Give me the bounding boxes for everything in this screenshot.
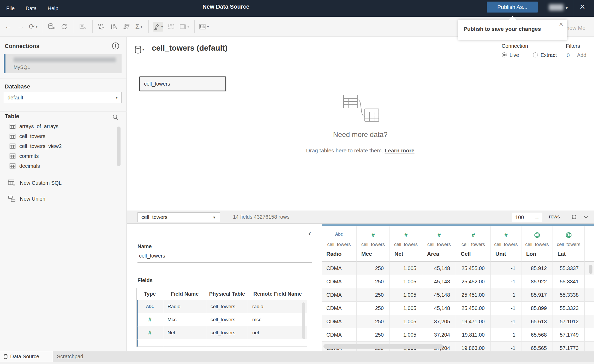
grid-column-type: # [456,232,490,239]
topbar-divider [574,0,574,17]
live-radio-label[interactable]: Live [509,52,519,58]
swap-rows-columns-icon[interactable] [97,22,106,32]
sort-descending-icon[interactable] [122,22,131,32]
grid-column-header[interactable]: Abccell_towersRadio [322,226,357,262]
new-custom-sql-button[interactable]: New Custom SQL [8,179,62,187]
datasource-cylinder-icon[interactable] [135,45,141,54]
grid-column-header[interactable]: #cell_towersUnit [491,226,521,262]
grid-cell: 55.3323 [553,302,585,315]
table-list-item[interactable]: commits [0,151,123,161]
redo-icon[interactable]: → [16,22,25,32]
grid-table-select[interactable]: cell_towers ▼ [137,212,220,222]
close-window-icon[interactable]: × [580,1,585,12]
table-list-item[interactable]: decimals [0,161,123,171]
sidebar-divider [0,111,127,112]
new-custom-sql-label: New Custom SQL [20,180,62,186]
user-account-redacted[interactable] [549,4,563,11]
grid-column-accent-bar [322,224,357,226]
field-row[interactable]: #Mcccell_towersmcc [137,313,307,326]
data-preview-grid: Abccell_towersRadioCDMACDMACDMACDMACDMAC… [322,224,594,351]
table-list-scrollbar[interactable] [117,127,121,166]
totals-icon[interactable]: Σ▾ [134,22,143,32]
grid-cell: -1 [491,315,521,328]
tab-data-source[interactable]: Data Source [0,351,53,362]
field-row[interactable] [137,339,307,347]
grid-column-header[interactable]: #cell_towersMcc [357,226,390,262]
replay-icon[interactable]: ⟳▾ [29,22,38,32]
grid-cell: 55.3337 [553,262,585,275]
table-list-item-label: decimals [19,163,40,169]
learn-more-link[interactable]: Learn more [385,147,414,153]
chevron-down-icon[interactable] [583,215,589,219]
pause-auto-updates-icon[interactable] [47,22,56,32]
grid-column-header[interactable]: #cell_towersNet [390,226,422,262]
undo-icon[interactable]: ← [4,22,13,32]
table-list-item[interactable]: cell_towers_view2 [0,141,123,151]
cell-towers-table-node[interactable]: cell_towers [139,76,226,91]
table-icon [9,163,16,169]
grid-horizontal-scrollbar[interactable] [323,344,443,349]
user-menu-caret-icon[interactable]: ▾ [566,5,568,11]
grid-cell: 55.3338 [553,288,585,302]
search-tables-icon[interactable] [112,114,119,121]
grid-column-type: # [422,232,456,239]
connection-section-label: Connection [502,43,528,49]
add-connection-icon[interactable] [112,42,119,50]
clear-sheet-icon[interactable] [78,22,87,32]
show-mark-labels-icon[interactable]: ▾ [199,22,209,32]
extract-radio-label[interactable]: Extract [541,52,557,58]
tab-data-source-label: Data Source [10,354,39,360]
tooltip-close-icon[interactable]: × [559,20,563,28]
menu-file[interactable]: File [6,5,15,11]
remote-field-cell [248,339,307,347]
table-icon [9,153,16,159]
refresh-data-source-icon[interactable] [60,22,69,32]
live-radio[interactable] [502,52,507,57]
text-label-icon[interactable] [167,22,176,32]
grid-column-name: Unit [495,251,506,257]
connection-name-redacted [14,57,116,62]
fields-table-scrollbar[interactable] [302,302,305,339]
datasource-caret-icon[interactable]: ▾ [142,48,144,51]
publish-as-button[interactable]: Publish As... [487,2,538,13]
grid-column-header[interactable]: cell_towersLat [553,226,585,262]
menu-help[interactable]: Help [47,5,58,11]
grid-cell: 19,471.00 [456,315,491,328]
name-input[interactable]: cell_towers [139,253,165,259]
row-limit-input[interactable]: 100 → [512,213,542,222]
field-row[interactable]: AbcRadiocell_towersradio [137,300,307,313]
tab-scratchpad[interactable]: Scratchpad [57,351,83,362]
grid-column-name: Radio [326,251,341,257]
menu-data[interactable]: Data [26,5,37,11]
grid-cell [585,315,594,328]
grid-cell: 45,148 [422,262,456,275]
highlight-icon[interactable]: ▾ [153,22,163,32]
field-row[interactable]: #Netcell_towersnet [137,326,307,339]
grid-vertical-scrollbar[interactable] [589,265,592,274]
grid-column-table-label: cell_towers [553,242,584,247]
table-list-item[interactable]: cell_towers [0,131,123,141]
grid-cell: 45,148 [422,275,456,288]
gear-icon[interactable] [570,213,578,221]
grid-cell: 1,005 [390,315,422,328]
filters-add-button[interactable]: Add [577,52,586,58]
grid-column-header[interactable]: #cell_towersArea [422,226,456,262]
apply-row-limit-icon[interactable]: → [534,214,539,220]
number-type-icon: # [148,329,151,336]
extract-radio[interactable] [533,52,538,57]
physical-table-cell [206,339,248,347]
grid-column-header[interactable]: cell_towersLon [521,226,553,262]
grid-column-table-label: cell_towers [456,242,490,247]
fit-icon[interactable]: ▾ [179,22,189,32]
database-select[interactable]: default ▾ [4,92,122,103]
collapse-panel-icon[interactable]: ‹ [308,228,311,238]
connection-selected-bar [4,54,5,73]
grid-cell: 1,005 [390,262,422,275]
connection-item[interactable]: MySQL [4,54,122,73]
sort-ascending-icon[interactable] [109,22,118,32]
empty-state-heading: Need more data? [333,131,388,139]
table-list-item[interactable]: arrays_of_arrays [0,121,123,131]
grid-table-select-value: cell_towers [141,214,167,220]
new-union-button[interactable]: New Union [8,195,45,202]
grid-column-header[interactable]: #cell_towersCell [456,226,491,262]
